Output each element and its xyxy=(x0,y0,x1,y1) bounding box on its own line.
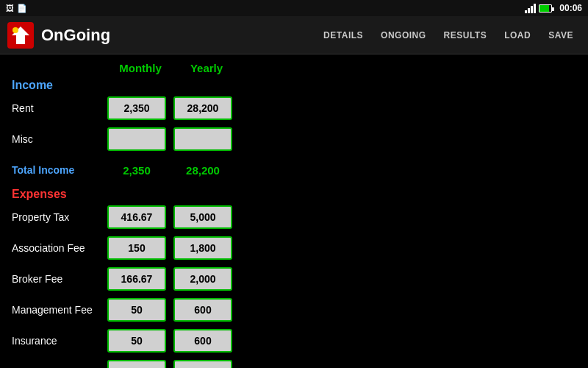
expenses-section-label: Expenses xyxy=(12,188,576,201)
property-tax-yearly-input[interactable] xyxy=(173,205,232,229)
water-yearly-input[interactable] xyxy=(173,360,232,368)
nav-buttons: DETAILS ONGOING RESULTS LOAD SAVE xyxy=(316,26,581,45)
yearly-header: Yearly xyxy=(173,62,240,74)
broker-fee-label: Broker Fee xyxy=(12,273,107,285)
time-display: 00:06 xyxy=(559,3,582,13)
misc-yearly-input[interactable] xyxy=(173,127,232,151)
association-fee-label: Association Fee xyxy=(12,242,107,254)
total-income-monthly xyxy=(107,158,166,182)
svg-point-2 xyxy=(12,27,18,33)
nav-details-button[interactable]: DETAILS xyxy=(316,26,370,45)
broker-fee-row: Broker Fee xyxy=(12,266,576,292)
nav-ongoing-button[interactable]: ONGOING xyxy=(373,26,434,45)
total-income-yearly xyxy=(173,158,232,182)
rent-row: Rent xyxy=(12,95,576,121)
status-icons: 🖼 📄 00:06 xyxy=(6,3,582,13)
file-icon: 📄 xyxy=(17,4,27,13)
misc-row: Misc xyxy=(12,126,576,152)
insurance-yearly-input[interactable] xyxy=(173,329,232,353)
insurance-label: Insurance xyxy=(12,335,107,347)
management-fee-monthly-input[interactable] xyxy=(107,298,166,322)
nav-save-button[interactable]: SAVE xyxy=(541,26,581,45)
association-fee-monthly-input[interactable] xyxy=(107,236,166,260)
nav-results-button[interactable]: RESULTS xyxy=(437,26,495,45)
property-tax-label: Property Tax xyxy=(12,211,107,223)
management-fee-label: Management Fee xyxy=(12,304,107,316)
misc-label: Misc xyxy=(12,133,107,145)
main-content: Monthly Yearly Income Rent Misc Total In… xyxy=(0,54,588,368)
app-bar: OnGoing DETAILS ONGOING RESULTS LOAD SAV… xyxy=(0,16,588,54)
signal-icon xyxy=(525,3,536,13)
insurance-monthly-input[interactable] xyxy=(107,329,166,353)
insurance-row: Insurance xyxy=(12,328,576,354)
rent-yearly-input[interactable] xyxy=(173,96,232,120)
status-bar: 🖼 📄 00:06 xyxy=(0,0,588,16)
monthly-header: Monthly xyxy=(107,62,173,74)
total-income-row: Total Income xyxy=(12,157,576,183)
association-fee-row: Association Fee xyxy=(12,235,576,261)
app-title: OnGoing xyxy=(41,26,316,45)
total-income-label: Total Income xyxy=(12,164,107,176)
broker-fee-yearly-input[interactable] xyxy=(173,267,232,291)
management-fee-yearly-input[interactable] xyxy=(173,298,232,322)
property-tax-monthly-input[interactable] xyxy=(107,205,166,229)
photo-icon: 🖼 xyxy=(6,4,14,13)
rent-label: Rent xyxy=(12,102,107,114)
management-fee-row: Management Fee xyxy=(12,297,576,323)
association-fee-yearly-input[interactable] xyxy=(173,236,232,260)
water-monthly-input[interactable] xyxy=(107,360,166,368)
misc-monthly-input[interactable] xyxy=(107,127,166,151)
column-headers: Monthly Yearly xyxy=(107,62,576,74)
income-section-label: Income xyxy=(12,79,576,92)
rent-monthly-input[interactable] xyxy=(107,96,166,120)
water-row: Water xyxy=(12,358,576,368)
app-logo-icon xyxy=(7,22,34,49)
property-tax-row: Property Tax xyxy=(12,204,576,230)
broker-fee-monthly-input[interactable] xyxy=(107,267,166,291)
battery-icon xyxy=(539,4,552,13)
nav-load-button[interactable]: LOAD xyxy=(497,26,538,45)
